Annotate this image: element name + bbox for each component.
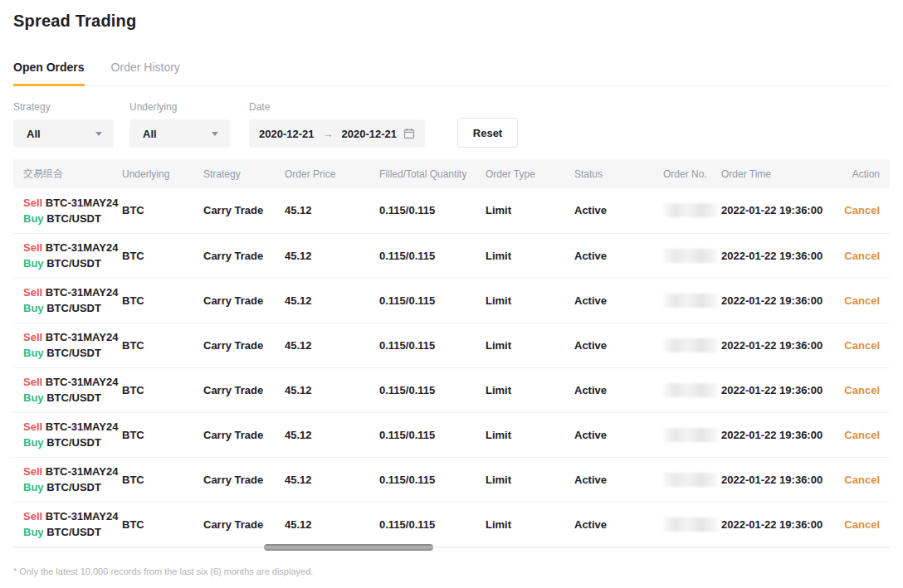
date-label: Date (249, 101, 425, 113)
tab-order-history[interactable]: Order History (111, 56, 180, 86)
sell-side-label: Sell (23, 376, 42, 388)
buy-pair-symbol: BTC/USDT (46, 391, 101, 404)
cancel-order-button[interactable]: Cancel (844, 204, 880, 216)
action-cell: Cancel (822, 457, 890, 502)
spread-trading-page: Spread Trading Open Orders Order History… (0, 0, 903, 588)
strategy-cell: Carry Trade (193, 367, 275, 412)
horizontal-scrollbar-thumb[interactable] (264, 544, 433, 551)
status-cell: Active (564, 278, 653, 323)
order-no-redacted (663, 338, 718, 352)
order-price-cell: 45.12 (275, 278, 369, 323)
arrow-right-icon: → (323, 128, 334, 140)
cancel-order-button[interactable]: Cancel (844, 518, 880, 531)
underlying-select[interactable]: All (129, 119, 230, 148)
order-no-cell (653, 188, 711, 233)
order-type-cell: Limit (476, 278, 564, 323)
buy-leg: Buy BTC/USDT (23, 390, 112, 406)
col-strategy: Strategy (193, 159, 275, 188)
sell-leg: Sell BTC-31MAY24 (23, 195, 112, 211)
order-price-cell: 45.12 (275, 457, 369, 502)
chevron-down-icon (95, 132, 102, 136)
sell-side-label: Sell (23, 420, 42, 433)
cancel-order-button[interactable]: Cancel (844, 384, 880, 396)
sell-leg: Sell BTC-31MAY24 (23, 464, 112, 479)
buy-side-label: Buy (23, 302, 44, 314)
order-type-cell: Limit (476, 188, 564, 233)
action-cell: Cancel (822, 412, 890, 457)
underlying-cell: BTC (112, 278, 193, 323)
table-header: 交易组合 Underlying Strategy Order Price Fil… (13, 159, 890, 188)
filled-total-cell: 0.115/0.115 (369, 457, 476, 502)
pair-cell: Sell BTC-31MAY24 Buy BTC/USDT (13, 323, 112, 367)
buy-side-label: Buy (23, 526, 44, 538)
cancel-order-button[interactable]: Cancel (844, 294, 880, 307)
sell-leg: Sell BTC-31MAY24 (23, 284, 112, 300)
orders-table: 交易组合 Underlying Strategy Order Price Fil… (13, 159, 890, 556)
filled-total-cell: 0.115/0.115 (369, 188, 476, 233)
table-row: Sell BTC-31MAY24 Buy BTC/USDT BTC Carry … (13, 278, 890, 323)
reset-button[interactable]: Reset (457, 118, 518, 148)
pair-cell: Sell BTC-31MAY24 Buy BTC/USDT (13, 278, 112, 323)
table-row: Sell BTC-31MAY24 Buy BTC/USDT BTC Carry … (13, 367, 890, 412)
buy-leg: Buy BTC/USDT (23, 435, 112, 450)
cancel-order-button[interactable]: Cancel (844, 429, 880, 441)
horizontal-scrollbar-track (13, 547, 890, 556)
strategy-select[interactable]: All (13, 119, 114, 148)
buy-side-label: Buy (23, 481, 44, 493)
date-filter: Date 2020-12-21 → 2020-12-21 (249, 101, 425, 148)
order-no-cell (653, 502, 711, 547)
tab-open-orders[interactable]: Open Orders (13, 56, 85, 86)
filled-total-cell: 0.115/0.115 (369, 323, 476, 367)
status-cell: Active (564, 233, 653, 278)
strategy-cell: Carry Trade (193, 457, 275, 502)
date-range-picker[interactable]: 2020-12-21 → 2020-12-21 (249, 119, 425, 148)
buy-side-label: Buy (23, 391, 44, 404)
order-no-redacted (663, 518, 718, 532)
sell-leg: Sell BTC-31MAY24 (23, 419, 112, 435)
table-row: Sell BTC-31MAY24 Buy BTC/USDT BTC Carry … (13, 502, 890, 547)
order-type-cell: Limit (476, 233, 564, 278)
table-body: Sell BTC-31MAY24 Buy BTC/USDT BTC Carry … (13, 188, 890, 547)
sell-pair-symbol: BTC-31MAY24 (46, 241, 119, 254)
underlying-cell: BTC (112, 412, 193, 457)
sell-pair-symbol: BTC-31MAY24 (46, 465, 119, 478)
underlying-cell: BTC (112, 502, 193, 547)
order-price-cell: 45.12 (275, 188, 369, 233)
cancel-order-button[interactable]: Cancel (844, 339, 880, 352)
underlying-label: Underlying (129, 101, 230, 113)
buy-leg: Buy BTC/USDT (23, 345, 112, 361)
order-time-cell: 2022-01-22 19:36:00 (711, 323, 822, 367)
strategy-cell: Carry Trade (193, 502, 275, 547)
action-cell: Cancel (822, 233, 890, 278)
order-no-cell (653, 457, 711, 502)
col-status: Status (564, 159, 653, 188)
underlying-cell: BTC (112, 323, 193, 367)
status-cell: Active (564, 188, 653, 233)
order-price-cell: 45.12 (275, 367, 369, 412)
order-no-redacted (663, 294, 718, 308)
table-row: Sell BTC-31MAY24 Buy BTC/USDT BTC Carry … (13, 457, 890, 502)
order-no-cell (653, 233, 711, 278)
action-cell: Cancel (822, 323, 890, 367)
sell-leg: Sell BTC-31MAY24 (23, 329, 112, 345)
table-row: Sell BTC-31MAY24 Buy BTC/USDT BTC Carry … (13, 188, 890, 233)
buy-pair-symbol: BTC/USDT (46, 347, 101, 359)
filled-total-cell: 0.115/0.115 (369, 367, 476, 412)
strategy-select-value: All (27, 128, 41, 140)
sell-side-label: Sell (23, 331, 42, 343)
strategy-cell: Carry Trade (193, 188, 275, 233)
col-pair: 交易组合 (13, 159, 112, 188)
order-no-redacted (663, 383, 718, 397)
buy-pair-symbol: BTC/USDT (46, 257, 101, 270)
strategy-cell: Carry Trade (193, 412, 275, 457)
cancel-order-button[interactable]: Cancel (844, 250, 880, 262)
buy-leg: Buy BTC/USDT (23, 211, 112, 226)
sell-side-label: Sell (23, 465, 42, 478)
cancel-order-button[interactable]: Cancel (844, 474, 880, 486)
filled-total-cell: 0.115/0.115 (369, 278, 476, 323)
pair-cell: Sell BTC-31MAY24 Buy BTC/USDT (13, 502, 112, 547)
order-time-cell: 2022-01-22 19:36:00 (711, 457, 822, 502)
sell-side-label: Sell (23, 197, 42, 209)
order-price-cell: 45.12 (275, 502, 369, 547)
filled-total-cell: 0.115/0.115 (369, 412, 476, 457)
